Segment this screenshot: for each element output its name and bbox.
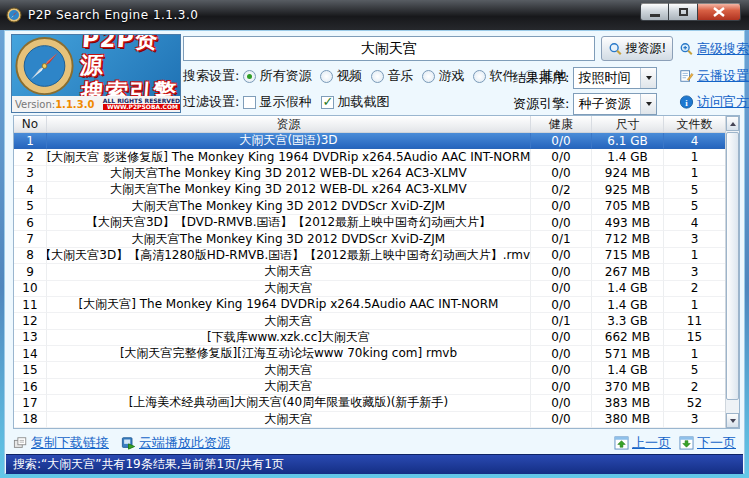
status-bar: 搜索:“大闹天宫”共有19条结果,当前第1页/共有1页 — [6, 454, 743, 474]
cell-no: 7 — [14, 231, 47, 247]
table-row[interactable]: 8 【大闹天宫3D】【高清1280版HD-RMVB.国语】【2012最新上映中国… — [14, 248, 739, 264]
radio-label: 所有资源 — [259, 67, 311, 85]
cell-health: 0/0 — [531, 379, 592, 395]
table-row[interactable]: 1 大闹天宫(国语)3D 0/0 6.1 GB 4 — [14, 133, 739, 149]
cell-health: 0/0 — [531, 264, 592, 280]
table-row[interactable]: 16 大闹天宫 0/0 370 MB 2 — [14, 379, 739, 395]
copy-download-link[interactable]: 复制下载链接 — [13, 434, 109, 452]
results-table: No 资源 健康 尺寸 文件数 1 大闹天宫(国语)3D 0/0 6.1 GB … — [13, 115, 740, 429]
vertical-scrollbar[interactable] — [725, 116, 739, 428]
copy-link-icon — [13, 436, 28, 450]
table-row[interactable]: 3 大闹天宫The Monkey King 3D 2012 WEB-DL x26… — [14, 166, 739, 182]
column-header-size: 尺寸 — [592, 116, 664, 132]
cell-files: 3 — [664, 264, 726, 280]
radio-label: 音乐 — [387, 67, 413, 85]
prev-page-link[interactable]: 上一页 — [614, 434, 671, 452]
scrollbar-thumb[interactable] — [726, 132, 739, 400]
engine-select[interactable]: 种子资源 — [573, 93, 657, 115]
cell-files: 1 — [664, 297, 726, 313]
search-button[interactable]: 搜资源! — [601, 36, 673, 61]
table-row[interactable]: 7 大闹天宫The Monkey King 3D 2012 DVDScr Xvi… — [14, 231, 739, 247]
cell-files: 5 — [664, 199, 726, 215]
advanced-search-link[interactable]: 高级搜索 — [679, 40, 749, 58]
cell-no: 11 — [14, 297, 47, 313]
page-down-icon — [679, 436, 694, 450]
radio-all[interactable]: 所有资源 — [243, 67, 311, 85]
table-row[interactable]: 18 大闹天宫 0/0 380 MB 3 — [14, 412, 739, 428]
cell-health: 0/0 — [531, 281, 592, 297]
table-row[interactable]: 4 大闹天宫The Monkey King 3D 2012 WEB-DL x26… — [14, 182, 739, 198]
cell-files: 3 — [664, 412, 726, 428]
radio-circle-icon — [422, 70, 435, 83]
sort-select[interactable]: 按照时间 — [573, 67, 657, 89]
cell-resource: [大闹天宫 影迷修复版] The Monkey King 1964 DVDRip… — [47, 149, 531, 165]
checkbox-load-screenshot[interactable]: 加载截图 — [321, 93, 389, 111]
search-input[interactable] — [183, 36, 595, 61]
close-icon — [713, 7, 725, 17]
cell-resource: [上海美术经典动画]大闹天宫(40周年限量收藏版)(新手新手) — [47, 395, 531, 411]
table-row[interactable]: 11 [大闹天宫] The Monkey King 1964 DVDRip x2… — [14, 297, 739, 313]
table-row[interactable]: 13 [下载库www.xzk.cc]大闹天宫 0/0 662 MB 15 — [14, 330, 739, 346]
cell-health: 0/0 — [531, 297, 592, 313]
column-header-health: 健康 — [531, 116, 592, 132]
table-row[interactable]: 12 大闹天宫 0/1 3.3 GB 11 — [14, 313, 739, 329]
cell-size: 925 MB — [592, 182, 664, 198]
cell-no: 16 — [14, 379, 47, 395]
client-area: P2P资源 搜索引擎 Version: 1.1.3.0 ALL RIGHTS R… — [4, 30, 745, 474]
minimize-button[interactable] — [640, 3, 669, 21]
radio-circle-icon — [243, 70, 256, 83]
visit-official-link[interactable]: i 访问官方 — [679, 93, 749, 111]
cell-health: 0/0 — [531, 133, 592, 149]
arrow-up-icon[interactable] — [726, 116, 739, 131]
radio-music[interactable]: 音乐 — [371, 67, 413, 85]
compass-icon — [6, 7, 22, 23]
next-page-link[interactable]: 下一页 — [679, 434, 736, 452]
cell-files: 2 — [664, 281, 726, 297]
version-label: Version: — [15, 99, 55, 110]
cell-no: 10 — [14, 281, 47, 297]
arrow-down-icon[interactable] — [726, 413, 739, 428]
cell-resource: 大闹天宫 — [47, 379, 531, 395]
radio-software[interactable]: 软件 — [473, 67, 515, 85]
sort-label: 结果排序: — [513, 69, 569, 87]
radio-video[interactable]: 视频 — [320, 67, 362, 85]
cell-health: 0/0 — [531, 412, 592, 428]
cell-resource: 大闹天宫 — [47, 281, 531, 297]
window-title: P2P Search Engine 1.1.3.0 — [28, 8, 198, 22]
radio-circle-icon — [371, 70, 384, 83]
cell-health: 0/0 — [531, 215, 592, 231]
cloud-play-link[interactable]: 云端播放此资源 — [121, 434, 230, 452]
cell-resource: 【大闹天宫3D】【高清1280版HD-RMVB.国语】【2012最新上映中国奇幻… — [47, 248, 531, 264]
cell-size: 1.4 GB — [592, 362, 664, 378]
cell-health: 0/0 — [531, 395, 592, 411]
table-row[interactable]: 2 [大闹天宫 影迷修复版] The Monkey King 1964 DVDR… — [14, 149, 739, 165]
chevron-down-icon — [640, 94, 656, 114]
table-row[interactable]: 10 大闹天宫 0/0 1.4 GB 2 — [14, 281, 739, 297]
radio-game[interactable]: 游戏 — [422, 67, 464, 85]
table-row[interactable]: 6 【大闹天宫3D】【DVD-RMVB.国语】【2012最新上映中国奇幻动画大片… — [14, 215, 739, 231]
cell-files: 1 — [664, 346, 726, 362]
table-row[interactable]: 15 大闹天宫 0/0 1.4 GB 5 — [14, 362, 739, 378]
checkbox-show-fake[interactable]: 显示假种 — [243, 93, 311, 111]
cell-no: 4 — [14, 182, 47, 198]
cell-no: 18 — [14, 412, 47, 428]
radio-circle-icon — [320, 70, 333, 83]
status-text: 搜索:“大闹天宫”共有19条结果,当前第1页/共有1页 — [13, 456, 284, 473]
cloud-settings-link[interactable]: 云播设置 — [679, 67, 749, 85]
cell-resource: 大闹天宫The Monkey King 3D 2012 DVDScr XviD-… — [47, 231, 531, 247]
logo-line1: P2P资源 — [79, 34, 181, 79]
close-button[interactable] — [698, 3, 741, 21]
magnifier-icon — [608, 42, 623, 56]
table-row[interactable]: 14 [大闹天宫完整修复版][江海互动论坛www 70king com] rmv… — [14, 346, 739, 362]
table-row[interactable]: 17 [上海美术经典动画]大闹天宫(40周年限量收藏版)(新手新手) 0/0 3… — [14, 395, 739, 411]
table-row[interactable]: 9 大闹天宫 0/0 267 MB 3 — [14, 264, 739, 280]
maximize-button[interactable] — [669, 3, 698, 21]
footer-toolbar: 复制下载链接 云端播放此资源 上一页 — [13, 432, 736, 453]
cell-resource: 大闹天宫(国语)3D — [47, 133, 531, 149]
cell-health: 0/1 — [531, 231, 592, 247]
table-row[interactable]: 5 大闹天宫The Monkey King 3D 2012 DVDScr Xvi… — [14, 199, 739, 215]
checkbox-box-icon — [243, 96, 256, 109]
table-header: No 资源 健康 尺寸 文件数 — [14, 116, 739, 133]
cell-no: 3 — [14, 166, 47, 182]
cell-size: 3.3 GB — [592, 313, 664, 329]
